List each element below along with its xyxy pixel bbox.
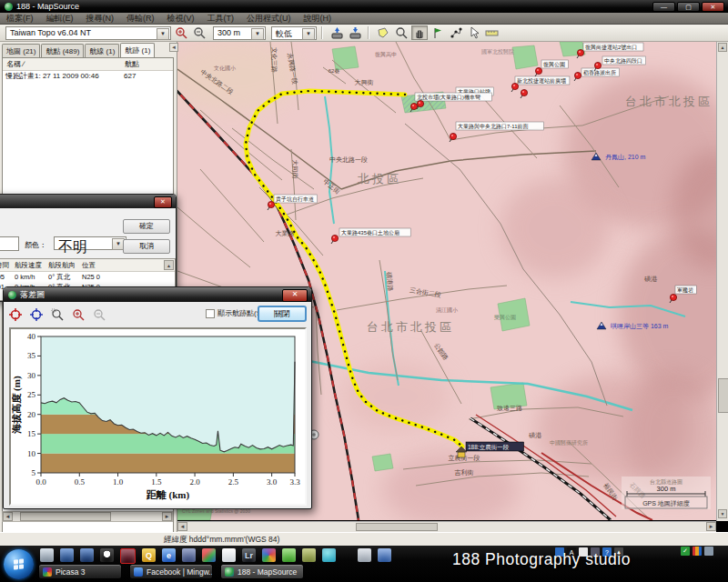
menu-item-3[interactable]: 傳輸(R) [120, 13, 161, 25]
scrollbar-thumb[interactable] [20, 512, 111, 521]
profile-titlebar[interactable]: 落差圖 ✕ [4, 287, 311, 302]
shield-check-tray-icon[interactable]: ✓ [681, 547, 690, 556]
segments-table-header[interactable]: 航段長度航段時間航段速度航段航向位置 [0, 259, 175, 272]
computer-icon[interactable] [80, 548, 94, 562]
segment-column-4[interactable]: 位置 [80, 259, 102, 271]
tab-0[interactable]: 地圖 (21) [2, 44, 40, 58]
panel-horizontal-scrollbar[interactable]: ◄ ► [2, 511, 173, 522]
internet-explorer-icon[interactable]: e [162, 548, 176, 562]
segment-row[interactable]: 0 m0:00:050 km/h0° 真北N25 0 [0, 272, 175, 282]
media-player-icon[interactable] [182, 548, 196, 562]
tab-3[interactable]: 航跡 (1) [120, 43, 155, 57]
network-tray-icon[interactable] [704, 547, 713, 556]
photo-viewer-icon[interactable] [378, 548, 391, 562]
mountain-label: 唭哩岸山三等 163 m [611, 323, 669, 329]
profile-close-button[interactable]: 關閉 [258, 306, 307, 322]
zoom-in-icon[interactable] [69, 306, 87, 323]
zoom-out-button[interactable] [191, 25, 207, 40]
menu-item-0[interactable]: 檔案(F) [0, 13, 40, 25]
panel-collapse-button[interactable]: ◄ [169, 43, 178, 52]
taskbar-button-0[interactable]: Picasa 3 [38, 564, 122, 579]
colors-tray-icon[interactable] [693, 547, 702, 556]
measure-tool-button[interactable] [484, 25, 500, 40]
dialog-titlebar[interactable]: ✕ [0, 195, 176, 208]
map-product-select[interactable]: Taiwan Topo v6.04 NT ▼ [5, 26, 171, 40]
waypoint-flag-tool-button[interactable] [430, 25, 446, 40]
selection-arrow-tool-button[interactable] [466, 25, 482, 40]
close-icon[interactable]: ✕ [282, 289, 308, 302]
detail-level-select[interactable]: 較低 ▼ [271, 26, 317, 40]
track-list-header[interactable]: 名稱 ∕ 航點 [3, 58, 173, 71]
zoom-scale-select[interactable]: 300 m ▼ [213, 26, 266, 40]
zoom-selection-icon[interactable] [48, 306, 66, 323]
segment-column-3[interactable]: 航段航向 [46, 259, 80, 271]
color-select[interactable]: 不明 ▼ [54, 236, 126, 250]
scroll-right-icon[interactable]: ► [162, 512, 172, 521]
scroll-right-icon[interactable]: ► [706, 522, 716, 531]
window-titlebar[interactable]: 188 - MapSource — ▢ ✕ [0, 0, 728, 13]
messenger-icon[interactable] [282, 548, 296, 562]
calculator-icon[interactable] [358, 548, 371, 562]
cancel-button[interactable]: 取消 [123, 239, 170, 254]
tab-1[interactable]: 航點 (489) [41, 44, 84, 58]
hand-pan-tool-button[interactable] [411, 25, 428, 40]
recycle-bin-icon[interactable] [40, 548, 54, 562]
tab-2[interactable]: 航線 (1) [85, 44, 119, 58]
receive-from-device-button[interactable] [347, 25, 363, 40]
menu-item-7[interactable]: 說明(H) [298, 13, 339, 25]
taskbar-button-2[interactable]: 188 - MapSource [220, 564, 304, 579]
track-list-row[interactable]: 慢跑計畫1: 27 11 2009 00:46 627 [3, 71, 173, 82]
road-label: 文化三路 [270, 47, 278, 73]
select-point-blue-icon[interactable] [27, 306, 46, 323]
pen-app-icon[interactable] [222, 548, 236, 562]
menu-item-5[interactable]: 工具(T) [201, 13, 241, 25]
route-tool-button[interactable] [448, 25, 464, 40]
map-horizontal-scrollbar[interactable]: ◄ ► [177, 521, 716, 532]
scrollbar-thumb[interactable] [718, 378, 728, 413]
zoom-out-icon[interactable] [90, 306, 108, 323]
menu-item-4[interactable]: 檢視(V) [161, 13, 201, 25]
close-button[interactable]: ✕ [702, 2, 724, 12]
show-track-points-checkbox[interactable] [206, 309, 215, 318]
column-name[interactable]: 名稱 ∕ [3, 58, 125, 70]
ok-button[interactable]: 確定 [123, 219, 170, 234]
scroll-up-icon[interactable]: ▲ [164, 260, 174, 270]
track-name-field[interactable] [0, 236, 19, 251]
lightroom-icon[interactable]: Lr [242, 548, 256, 562]
elevation-chart[interactable]: 5101520253035400.00.51.01.52.02.53.03.3距… [9, 327, 307, 506]
menu-item-2[interactable]: 搜尋(N) [80, 13, 121, 25]
close-icon[interactable]: ✕ [154, 196, 172, 208]
district-label: 台北市北投區 [625, 95, 713, 108]
y-tick-label: 35 [27, 351, 36, 360]
select-point-red-icon[interactable] [6, 306, 25, 323]
display-icon[interactable] [60, 548, 74, 562]
menu-item-1[interactable]: 編輯(E) [40, 13, 80, 25]
segment-column-1[interactable]: 航段時間 [0, 259, 13, 271]
segment-column-2[interactable]: 航段速度 [13, 259, 46, 271]
globe-icon[interactable] [322, 548, 336, 562]
scroll-left-icon[interactable]: ◄ [177, 522, 187, 531]
minimize-button[interactable]: — [652, 2, 675, 12]
map-vertical-scrollbar[interactable]: ▲ ▼ [716, 42, 728, 521]
users-icon[interactable] [302, 548, 316, 562]
zoom-tool-button[interactable] [393, 25, 410, 40]
scroll-up-icon[interactable]: ▲ [718, 43, 727, 52]
send-to-device-button[interactable] [329, 25, 345, 40]
scroll-left-icon[interactable]: ◄ [3, 512, 13, 521]
gimp-app-icon[interactable] [202, 548, 216, 562]
skull-app-icon[interactable] [100, 548, 114, 562]
webcam-app-icon[interactable] [120, 548, 136, 564]
taskbar-button-1[interactable]: Facebook | Mingw... [129, 564, 213, 579]
maximize-button[interactable]: ▢ [677, 2, 700, 12]
zoom-in-button[interactable] [173, 25, 189, 40]
map-tool-button[interactable] [375, 25, 391, 40]
scroll-down-icon[interactable]: ▼ [718, 509, 727, 518]
quicktime-app-icon[interactable]: Q [142, 548, 156, 562]
elevation-chart-canvas[interactable]: 5101520253035400.00.51.01.52.02.53.03.3距… [12, 331, 304, 504]
scrollbar-thumb[interactable] [356, 523, 438, 531]
road-label: 清江國小 [436, 307, 459, 313]
start-button[interactable] [4, 549, 34, 579]
picasa-icon[interactable] [262, 548, 276, 562]
menu-item-6[interactable]: 公用程式(U) [240, 13, 298, 25]
column-points[interactable]: 航點 [125, 58, 161, 70]
